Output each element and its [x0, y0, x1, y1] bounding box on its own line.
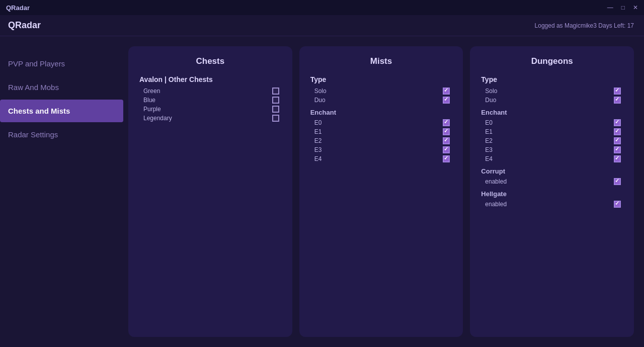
dungeons-e4-row: E4 [481, 155, 623, 162]
dungeons-hellgate-row: enabled [481, 201, 623, 208]
close-button[interactable]: ✕ [633, 4, 638, 11]
dungeons-e4-checkbox[interactable] [614, 155, 621, 162]
layout: PVP and Players Raw And Mobs Chests and … [0, 36, 644, 347]
chests-section-title: Avalon | Other Chests [139, 75, 281, 83]
dungeons-corrupt-checkbox[interactable] [614, 178, 621, 185]
mists-solo-row: Solo [310, 88, 452, 95]
mists-e2-checkbox[interactable] [443, 137, 450, 144]
chests-blue-checkbox[interactable] [272, 97, 279, 104]
dungeons-corrupt-label: enabled [485, 178, 507, 185]
chests-green-label: Green [143, 88, 160, 95]
mists-solo-checkbox[interactable] [443, 88, 450, 95]
header: QRadar Logged as Magicmike3 Days Left: 1… [0, 15, 644, 36]
dungeons-duo-row: Duo [481, 97, 623, 104]
dungeons-corrupt-row: enabled [481, 178, 623, 185]
dungeons-e2-label: E2 [485, 137, 493, 144]
sidebar-item-raw-and-mobs[interactable]: Raw And Mobs [0, 76, 123, 99]
dungeons-e2-row: E2 [481, 137, 623, 144]
chests-panel-title: Chests [139, 56, 281, 66]
mists-e3-label: E3 [314, 146, 322, 153]
minimize-button[interactable]: — [607, 4, 613, 11]
mists-enchant-section: Enchant [310, 109, 452, 116]
dungeons-e0-checkbox[interactable] [614, 119, 621, 126]
dungeons-hellgate-label: enabled [485, 201, 507, 208]
mists-solo-label: Solo [314, 88, 327, 95]
dungeons-e1-checkbox[interactable] [614, 128, 621, 135]
titlebar-controls: — □ ✕ [607, 4, 638, 11]
dungeons-solo-row: Solo [481, 88, 623, 95]
dungeons-e1-label: E1 [485, 128, 493, 135]
dungeons-e1-row: E1 [481, 128, 623, 135]
chests-legendary-label: Legendary [143, 115, 172, 122]
mists-panel: Mists Type Solo Duo Enchant E0 E1 E2 [299, 46, 463, 337]
dungeons-solo-checkbox[interactable] [614, 88, 621, 95]
chests-blue-row: Blue [139, 97, 281, 104]
dungeons-type-section: Type [481, 75, 623, 83]
chests-green-checkbox[interactable] [272, 88, 279, 95]
chests-green-row: Green [139, 88, 281, 95]
chests-legendary-row: Legendary [139, 115, 281, 122]
chests-purple-row: Purple [139, 106, 281, 113]
mists-e4-row: E4 [310, 155, 452, 162]
dungeons-e3-label: E3 [485, 146, 493, 153]
dungeons-e3-row: E3 [481, 146, 623, 153]
sidebar-item-radar-settings[interactable]: Radar Settings [0, 123, 123, 146]
dungeons-panel: Dungeons Type Solo Duo Enchant E0 E1 E2 [470, 46, 634, 337]
mists-duo-row: Duo [310, 97, 452, 104]
mists-e0-row: E0 [310, 119, 452, 126]
chests-blue-label: Blue [143, 97, 155, 104]
dungeons-duo-label: Duo [485, 97, 496, 104]
mists-e2-label: E2 [314, 137, 322, 144]
mists-e1-label: E1 [314, 128, 322, 135]
titlebar: QRadar — □ ✕ [0, 0, 644, 15]
sidebar-item-chests-and-mists[interactable]: Chests and Mists [0, 100, 123, 122]
sidebar-item-pvp-and-players[interactable]: PVP and Players [0, 52, 123, 75]
mists-e4-checkbox[interactable] [443, 155, 450, 162]
dungeons-panel-title: Dungeons [481, 56, 623, 66]
dungeons-e0-label: E0 [485, 119, 493, 126]
dungeons-hellgate-section: Hellgate [481, 190, 623, 198]
mists-e0-label: E0 [314, 119, 322, 126]
mists-panel-title: Mists [310, 56, 452, 66]
user-info: Logged as Magicmike3 Days Left: 17 [535, 22, 634, 29]
chests-purple-checkbox[interactable] [272, 106, 279, 113]
sidebar: PVP and Players Raw And Mobs Chests and … [0, 36, 123, 347]
dungeons-solo-label: Solo [485, 88, 497, 95]
mists-e1-row: E1 [310, 128, 452, 135]
maximize-button[interactable]: □ [621, 4, 625, 11]
dungeons-e0-row: E0 [481, 119, 623, 126]
mists-e3-checkbox[interactable] [443, 146, 450, 153]
chests-purple-label: Purple [143, 106, 161, 113]
mists-e4-label: E4 [314, 155, 322, 162]
mists-e3-row: E3 [310, 146, 452, 153]
chests-legendary-checkbox[interactable] [272, 115, 279, 122]
dungeons-e4-label: E4 [485, 155, 493, 162]
mists-e2-row: E2 [310, 137, 452, 144]
mists-e1-checkbox[interactable] [443, 128, 450, 135]
dungeons-e2-checkbox[interactable] [614, 137, 621, 144]
mists-duo-label: Duo [314, 97, 326, 104]
app-title: QRadar [8, 20, 41, 31]
chests-panel: Chests Avalon | Other Chests Green Blue … [128, 46, 292, 337]
mists-e0-checkbox[interactable] [443, 119, 450, 126]
mists-type-section: Type [310, 75, 452, 83]
mists-duo-checkbox[interactable] [443, 97, 450, 104]
dungeons-e3-checkbox[interactable] [614, 146, 621, 153]
dungeons-enchant-section: Enchant [481, 109, 623, 116]
titlebar-title: QRadar [6, 4, 30, 12]
dungeons-corrupt-section: Corrupt [481, 167, 623, 175]
dungeons-duo-checkbox[interactable] [614, 97, 621, 104]
main-content: Chests Avalon | Other Chests Green Blue … [123, 36, 644, 347]
dungeons-hellgate-checkbox[interactable] [614, 201, 621, 208]
